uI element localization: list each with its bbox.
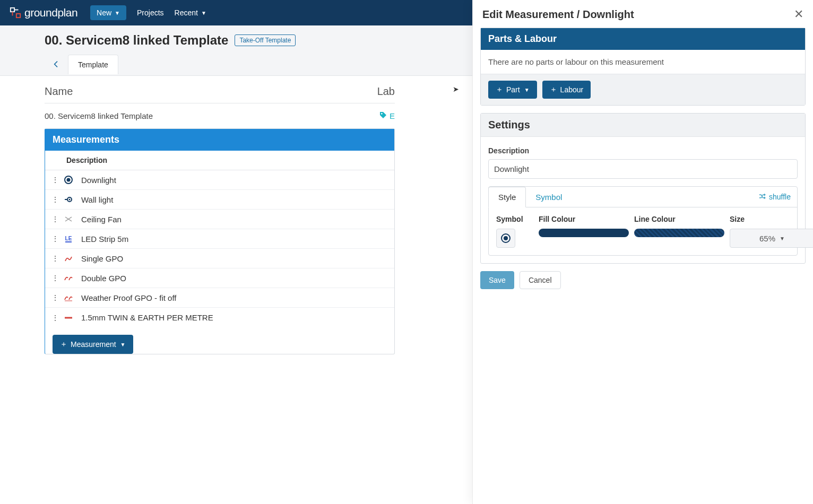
walllight-icon: [60, 195, 77, 204]
nav-recent-label: Recent: [175, 8, 198, 17]
cancel-button[interactable]: Cancel: [520, 271, 561, 289]
parts-labour-block: Parts & Labour There are no parts or lab…: [480, 28, 806, 106]
line-icon: [60, 313, 77, 323]
close-icon[interactable]: ✕: [794, 7, 803, 21]
edit-link-label: E: [390, 111, 395, 120]
tag-icon: [379, 111, 387, 121]
column-name: Name: [45, 85, 73, 98]
save-button[interactable]: Save: [480, 271, 514, 289]
settings-block: Settings Description Style Symbol shuffl…: [480, 113, 806, 264]
parts-labour-header: Parts & Labour: [481, 28, 805, 50]
line-colour-swatch[interactable]: [634, 229, 724, 248]
measurement-desc: Wall light: [77, 195, 113, 204]
drag-handle-icon[interactable]: ⋮: [50, 234, 60, 243]
table-row[interactable]: ⋮ Downlight: [45, 170, 394, 190]
svg-point-6: [67, 178, 71, 182]
measurement-desc: Single GPO: [77, 254, 123, 263]
measurement-desc: Weather Proof GPO - fit off: [77, 293, 177, 302]
table-row[interactable]: ⋮ Double GPO: [45, 268, 394, 288]
downlight-icon: [60, 175, 77, 185]
measurements-card: Measurements Description ⋮ Downlight ⋮ W…: [45, 128, 395, 354]
nav-projects-link[interactable]: Projects: [137, 8, 164, 17]
symbol-label: Symbol: [496, 215, 533, 223]
caret-down-icon: ▼: [120, 342, 126, 347]
back-button[interactable]: [45, 53, 68, 75]
svg-point-4: [381, 113, 383, 115]
template-badge: Take-Off Template: [235, 34, 296, 46]
size-label: Size: [730, 215, 813, 223]
double-gpo-icon: [60, 273, 77, 283]
add-part-label: Part: [506, 85, 520, 94]
shuffle-button[interactable]: shuffle: [758, 193, 797, 202]
size-value: 65%: [759, 234, 775, 243]
nav-recent-link[interactable]: Recent ▼: [175, 8, 206, 17]
drag-handle-icon[interactable]: ⋮: [50, 176, 60, 184]
weatherproof-gpo-icon: [60, 293, 77, 302]
plus-icon: ＋: [496, 85, 503, 94]
nav-new-label: New: [97, 8, 111, 17]
measurement-desc: Double GPO: [77, 274, 126, 283]
measurement-desc: 1.5mm TWIN & EARTH PER METRE: [77, 313, 213, 322]
drag-handle-icon[interactable]: ⋮: [50, 314, 60, 322]
measurement-desc: Ceiling Fan: [77, 215, 122, 224]
fill-colour-label: Fill Colour: [539, 215, 629, 223]
size-dropdown[interactable]: 65% ▼: [730, 229, 813, 248]
table-row[interactable]: ⋮ Wall light: [45, 190, 394, 210]
brand-logo-icon: [10, 7, 21, 19]
shuffle-label: shuffle: [769, 193, 791, 201]
style-symbol-tabs: Style Symbol shuffle Symbol Fill Colour …: [488, 186, 798, 256]
description-input[interactable]: [488, 159, 798, 179]
measurement-desc: LED Strip 5m: [77, 234, 128, 244]
edit-measurement-panel: Edit Measurement / Downlight ✕ Parts & L…: [472, 0, 813, 504]
svg-point-9: [69, 199, 71, 201]
page-title: 00. Servicem8 linked Template: [45, 33, 228, 48]
symbol-preview[interactable]: [496, 229, 515, 248]
edit-link[interactable]: E: [379, 111, 395, 121]
fill-colour-swatch[interactable]: [539, 229, 629, 248]
brand-logo: groundplan: [10, 6, 77, 19]
caret-down-icon: ▼: [115, 10, 120, 16]
drag-handle-icon[interactable]: ⋮: [50, 215, 60, 223]
drag-handle-icon[interactable]: ⋮: [50, 274, 60, 282]
measurements-header: Measurements: [45, 129, 394, 151]
table-row[interactable]: ⋮ 1.5mm TWIN & EARTH PER METRE: [45, 308, 394, 327]
add-measurement-button[interactable]: ＋ Measurement ▼: [53, 335, 133, 354]
table-row[interactable]: ⋮ Ceiling Fan: [45, 210, 394, 229]
tab-template[interactable]: Template: [68, 55, 118, 74]
plus-icon: ＋: [550, 85, 557, 94]
plus-icon: ＋: [60, 340, 67, 349]
single-gpo-icon: [60, 254, 77, 263]
panel-title: Edit Measurement / Downlight: [482, 8, 634, 21]
svg-rect-0: [11, 8, 14, 12]
caret-down-icon: ▼: [201, 10, 206, 16]
caret-down-icon: ▼: [780, 236, 785, 241]
tab-style[interactable]: Style: [488, 187, 526, 207]
line-colour-label: Line Colour: [634, 215, 724, 223]
shuffle-icon: [758, 193, 766, 202]
template-name: 00. Servicem8 linked Template: [45, 111, 153, 120]
column-labour: Lab: [377, 85, 395, 98]
parts-labour-empty: There are no parts or labour on this mea…: [481, 50, 805, 74]
add-labour-button[interactable]: ＋ Labour: [542, 81, 591, 99]
table-row[interactable]: ⋮ Weather Proof GPO - fit off: [45, 288, 394, 308]
add-measurement-label: Measurement: [71, 340, 116, 349]
svg-point-13: [504, 236, 508, 240]
add-part-button[interactable]: ＋ Part ▼: [488, 81, 537, 99]
table-row[interactable]: ⋮ Single GPO: [45, 249, 394, 268]
add-labour-label: Labour: [560, 85, 584, 94]
fan-icon: [60, 214, 77, 224]
caret-down-icon: ▼: [524, 87, 530, 93]
brand-name: groundplan: [24, 6, 77, 19]
settings-header: Settings: [481, 114, 805, 137]
table-row[interactable]: ⋮ LE LED Strip 5m: [45, 229, 394, 249]
description-label: Description: [488, 146, 798, 155]
measurement-desc: Downlight: [77, 176, 116, 185]
column-description: Description: [45, 151, 394, 170]
drag-handle-icon[interactable]: ⋮: [50, 293, 60, 302]
led-icon: LE: [60, 236, 77, 242]
svg-rect-1: [16, 14, 20, 18]
drag-handle-icon[interactable]: ⋮: [50, 195, 60, 204]
nav-new-button[interactable]: New ▼: [90, 5, 126, 20]
drag-handle-icon[interactable]: ⋮: [50, 254, 60, 263]
tab-symbol[interactable]: Symbol: [526, 187, 572, 207]
